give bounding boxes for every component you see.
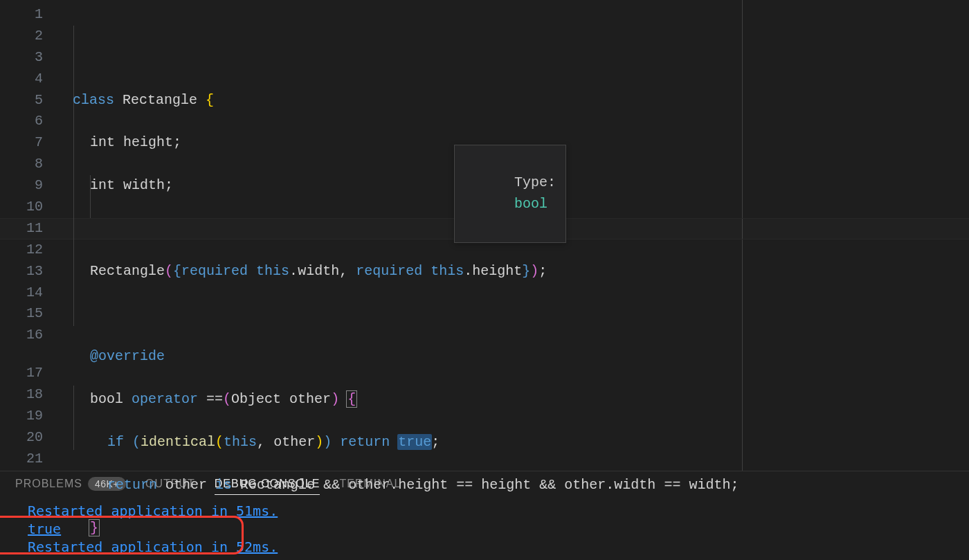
code-line[interactable]: if (identical(this, other)) return true; xyxy=(55,432,969,453)
code-line[interactable] xyxy=(55,304,969,325)
debug-console-output[interactable]: Restarted application in 51ms. true Rest… xyxy=(0,500,969,556)
code-line[interactable]: Rectangle({required this.width, required… xyxy=(55,261,969,282)
code-editor[interactable]: 1 2 3 4 5 6 7 8 9 10 11 12 13 14 15 16 1… xyxy=(0,0,969,471)
console-line: Restarted application in 52ms. xyxy=(28,538,954,556)
code-line[interactable]: return other is Rectangle && other.heigh… xyxy=(55,475,969,496)
hover-tooltip: Type: bool xyxy=(454,145,566,243)
code-line[interactable]: class Rectangle { xyxy=(55,90,969,111)
tooltip-type: bool xyxy=(514,196,547,212)
console-line: Restarted application in 51ms. xyxy=(28,502,954,520)
code-line[interactable]: @override xyxy=(55,346,969,368)
console-line: true xyxy=(28,520,954,538)
tooltip-label: Type: xyxy=(514,174,556,190)
code-line[interactable]: bool operator ==(Object other) { xyxy=(55,389,969,410)
code-content[interactable]: Type: bool class Rectangle { int height;… xyxy=(55,0,969,471)
